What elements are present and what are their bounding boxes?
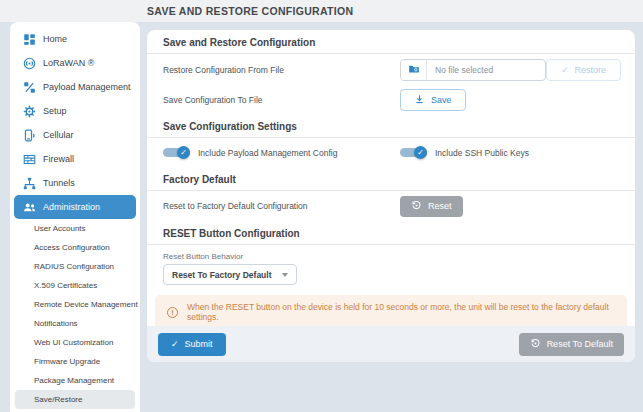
sidebar-item-label: Firewall [43,154,74,164]
check-icon: ✓ [171,340,179,349]
factory-default-label: Reset to Factory Default Configuration [163,201,400,211]
home-icon [23,33,36,46]
section-title-reset-button-config: RESET Button Configuration [147,221,635,245]
chevron-down-icon [282,273,288,277]
save-button-label: Save [431,95,452,105]
warning-icon: ! [167,307,178,318]
sidebar-item-label: LoRaWAN ® [43,58,94,68]
reset-warning-banner: ! When the RESET button on the device is… [155,295,627,329]
browse-file-button[interactable] [401,60,427,80]
sidebar-item-cellular[interactable]: Cellular [14,123,136,147]
sidebar-item-tunnels[interactable]: Tunnels [14,171,136,195]
section-title-save-restore: Save and Restore Configuration [147,30,635,54]
cellular-icon [23,129,36,142]
save-button[interactable]: Save [400,89,466,111]
tunnels-icon [23,177,36,190]
restore-button[interactable]: ✓ Restore [546,59,621,81]
browse-file-icon [408,61,420,79]
file-input-group: No file selected [400,59,546,81]
file-selected-value[interactable]: No file selected [427,60,545,80]
sidebar-subitem-x509-certificates[interactable]: X.509 Certificates [15,276,135,295]
section-title-factory-default: Factory Default [147,167,635,191]
sidebar-nav: Home LoRaWAN ® Payload Management Setup … [10,22,140,412]
check-icon: ✓ [180,148,187,157]
administration-icon [23,201,36,214]
reset-behavior-value: Reset To Factory Default [172,270,272,280]
setup-icon [23,105,36,118]
toggle-knob: ✓ [177,146,190,159]
reset-to-default-button[interactable]: Reset To Default [519,333,624,356]
reset-warning-text: When the RESET button on the device is h… [187,302,615,322]
download-icon [414,94,425,107]
sidebar-item-setup[interactable]: Setup [14,99,136,123]
sidebar-subitem-radius-configuration[interactable]: RADIUS Configuration [15,257,135,276]
sidebar-item-label: Payload Management [43,82,131,92]
factory-reset-button-label: Reset [428,201,452,211]
toggle-include-payload-management[interactable]: ✓ [163,146,190,159]
save-to-file-row: Save Configuration To File Save [147,86,635,114]
save-to-file-label: Save Configuration To File [163,95,400,105]
reset-to-default-label: Reset To Default [547,339,613,349]
restore-circle-icon [530,338,541,351]
firewall-icon [23,153,36,166]
sidebar-item-label: Home [43,34,67,44]
restore-circle-icon [411,200,422,213]
submit-button-label: Submit [185,339,213,349]
reset-behavior-label: Reset Button Behavior [147,245,635,261]
sidebar-subitem-notifications[interactable]: Notifications [15,314,135,333]
restore-button-label: Restore [575,65,607,75]
restore-from-file-row: Restore Configuration From File No file … [147,54,635,86]
page-title: SAVE AND RESTORE CONFIGURATION [147,0,353,22]
toggle-knob: ✓ [414,146,427,159]
save-settings-toggles: ✓ Include Payload Management Config ✓ In… [147,138,635,167]
sidebar-item-firewall[interactable]: Firewall [14,147,136,171]
sidebar-item-home[interactable]: Home [14,27,136,51]
restore-from-file-label: Restore Configuration From File [163,65,400,75]
sidebar-subitem-save-restore[interactable]: Save/Restore [15,390,135,409]
sidebar-subitem-firmware-upgrade[interactable]: Firmware Upgrade [15,352,135,371]
sidebar-subitem-user-accounts[interactable]: User Accounts [15,219,135,238]
payload-management-icon [23,81,36,94]
sidebar-item-payload-management[interactable]: Payload Management [14,75,136,99]
sidebar-subitem-access-configuration[interactable]: Access Configuration [15,238,135,257]
sidebar-subitem-package-management[interactable]: Package Management [15,371,135,390]
submit-button[interactable]: ✓ Submit [158,333,226,356]
sidebar-item-lorawan[interactable]: LoRaWAN ® [14,51,136,75]
main-panel: Save and Restore Configuration Restore C… [147,30,635,362]
sidebar-item-label: Tunnels [43,178,75,188]
factory-reset-button[interactable]: Reset [400,196,463,217]
form-footer: ✓ Submit Reset To Default [147,326,635,362]
lorawan-icon [23,57,36,70]
sidebar-item-label: Setup [43,106,67,116]
top-bar: SAVE AND RESTORE CONFIGURATION [0,0,643,22]
toggle-include-ssh-keys[interactable]: ✓ [400,146,427,159]
section-title-save-settings: Save Configuration Settings [147,114,635,138]
sidebar-item-label: Cellular [43,130,74,140]
toggle-include-ssh-label: Include SSH Public Keys [435,148,529,158]
sidebar-subitem-remote-device-management[interactable]: Remote Device Management [15,295,135,314]
check-icon: ✓ [561,66,569,75]
sidebar-item-administration[interactable]: Administration [14,195,136,219]
factory-default-row: Reset to Factory Default Configuration R… [147,191,635,221]
sidebar-subitem-web-ui-customization[interactable]: Web UI Customization [15,333,135,352]
reset-behavior-select[interactable]: Reset To Factory Default [163,264,297,285]
check-icon: ✓ [417,148,424,157]
toggle-include-payload-label: Include Payload Management Config [198,148,337,158]
sidebar-item-label: Administration [43,202,100,212]
